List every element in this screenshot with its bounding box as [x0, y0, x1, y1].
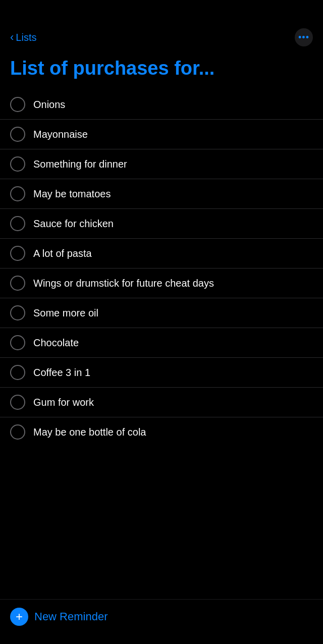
item-text: Onions	[33, 98, 65, 111]
reminders-list: OnionsMayonnaiseSomething for dinnerMay …	[0, 90, 323, 497]
page-title: List of purchases for...	[0, 51, 323, 90]
item-text: May be one bottle of cola	[33, 425, 146, 439]
more-options-button[interactable]: •••	[295, 28, 313, 46]
checkbox[interactable]	[10, 246, 25, 261]
checkbox[interactable]	[10, 424, 25, 440]
list-item[interactable]: Wings or drumstick for future cheat days	[0, 269, 323, 298]
item-text: Something for dinner	[33, 157, 127, 171]
checkbox[interactable]	[10, 276, 25, 291]
item-text: Mayonnaise	[33, 128, 88, 141]
list-item[interactable]: Sauce for chicken	[0, 209, 323, 239]
item-text: Sauce for chicken	[33, 217, 114, 230]
list-item[interactable]: Mayonnaise	[0, 120, 323, 149]
checkbox[interactable]	[10, 305, 25, 320]
item-text: A lot of pasta	[33, 247, 92, 260]
item-text: Coffee 3 in 1	[33, 366, 90, 379]
item-text: May be tomatoes	[33, 187, 111, 200]
checkbox[interactable]	[10, 97, 25, 112]
list-item[interactable]: Coffee 3 in 1	[0, 358, 323, 388]
list-item[interactable]: Some more oil	[0, 298, 323, 328]
new-reminder-button[interactable]: + New Reminder	[10, 608, 108, 626]
checkbox[interactable]	[10, 335, 25, 350]
new-reminder-label: New Reminder	[34, 610, 108, 623]
checkbox[interactable]	[10, 127, 25, 142]
list-item[interactable]: May be one bottle of cola	[0, 417, 323, 447]
checkbox[interactable]	[10, 186, 25, 201]
item-text: Gum for work	[33, 396, 94, 409]
checkbox[interactable]	[10, 216, 25, 231]
list-item[interactable]: A lot of pasta	[0, 239, 323, 269]
back-label: Lists	[16, 32, 36, 43]
list-item[interactable]: May be tomatoes	[0, 179, 323, 209]
plus-icon: +	[16, 611, 23, 623]
checkbox[interactable]	[10, 156, 25, 172]
list-item[interactable]: Gum for work	[0, 388, 323, 417]
back-button[interactable]: ‹ Lists	[10, 32, 36, 43]
bottom-bar: + New Reminder	[0, 599, 323, 644]
item-text: Wings or drumstick for future cheat days	[33, 277, 214, 290]
item-text: Some more oil	[33, 306, 98, 319]
checkbox[interactable]	[10, 365, 25, 380]
back-chevron-icon: ‹	[10, 32, 14, 43]
more-dots-icon: •••	[298, 33, 309, 42]
item-text: Chocolate	[33, 336, 79, 349]
top-nav: ‹ Lists •••	[0, 0, 323, 51]
plus-circle-icon: +	[10, 608, 28, 626]
checkbox[interactable]	[10, 395, 25, 410]
list-item[interactable]: Chocolate	[0, 328, 323, 358]
list-item[interactable]: Something for dinner	[0, 149, 323, 179]
list-item[interactable]: Onions	[0, 90, 323, 120]
